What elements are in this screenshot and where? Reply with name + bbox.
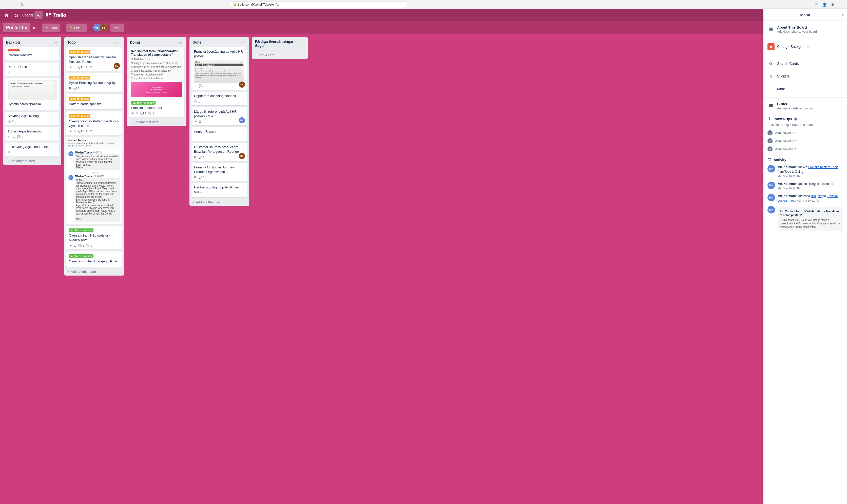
lock-icon: 🔒 <box>69 26 72 30</box>
menu-close-button[interactable]: × <box>841 12 844 17</box>
card-badge: klara för review <box>69 114 90 118</box>
card-pattern-spanska[interactable]: klara för review Pattern cards spanska <box>66 94 122 109</box>
activity-item-3: MK Mia Kolmodin attached Bild.jpeg to Fr… <box>768 194 843 203</box>
menu-background-section: ■ Change Background <box>763 38 847 55</box>
menu-button[interactable]: ⋮ <box>838 1 844 7</box>
board-title-button[interactable]: Poster-fix <box>3 23 30 32</box>
list-backlog-title: Backlog <box>6 40 20 44</box>
profile-button[interactable]: 👤 <box>822 1 828 7</box>
card-introduktionstext[interactable]: Introduktionstext <box>5 47 59 60</box>
powerup-add-1[interactable]: 1 Add Power-Up... <box>768 129 843 137</box>
reload-button[interactable]: ↻ <box>19 1 25 7</box>
menu-item-more[interactable]: ··· More <box>763 83 847 95</box>
card-attach-icon: 📎 1 <box>194 100 200 103</box>
star-page-button[interactable]: ☆ <box>814 1 819 7</box>
card-cynefin[interactable]: Agile HR in a nutshell - Holocracy From:… <box>5 78 59 109</box>
card-title: Spanish Translations by Daniela Palacios… <box>69 55 119 64</box>
more-label: More <box>777 87 785 91</box>
card-comments-icon: 💬 8 <box>78 66 84 69</box>
card-contact-form[interactable]: Re: Contact form: "Collaboration - Trans… <box>129 47 184 117</box>
list-backlog-menu-button[interactable]: ··· <box>52 39 58 45</box>
activity-text-2: Mia Kolmodin added Doing to this board M… <box>778 182 833 191</box>
add-card-done-button[interactable]: + Add another card <box>190 198 249 206</box>
stickers-label: Stickers <box>777 74 790 78</box>
card-canada[interactable]: fått filer i dropbox Canada - Richard La… <box>66 252 122 267</box>
menu-item-about[interactable]: About This Board Add description to your… <box>763 23 847 36</box>
card-franska-oversattning[interactable]: Franska översättning av Agile HR poster … <box>192 47 247 90</box>
add-card-todo-button[interactable]: + Add another card <box>64 268 124 275</box>
svg-rect-0 <box>15 14 16 15</box>
add-card-doing-button[interactable]: + Add another card <box>127 118 186 126</box>
card-har-har[interactable]: Här har ngo lagt upp fel fil, den ska... <box>192 183 247 197</box>
add-card-fagliga-button[interactable]: + Add a card <box>252 51 308 59</box>
add-card-icon: + <box>67 270 69 273</box>
home-button[interactable] <box>2 11 11 20</box>
card-fransk[interactable]: Fransk - Customer Journey Product Organi… <box>192 163 247 181</box>
card-bulgariska[interactable]: fått filer i dropbox Översättning till B… <box>66 226 122 249</box>
card-title: Franska posters - anis <box>131 106 182 110</box>
team-button[interactable]: Personal <box>42 23 60 32</box>
card-title: Översättning till Bulgariska - Mladen To… <box>69 233 119 242</box>
card-stavning[interactable]: Stavning Agil HR eng 📎 1 <box>5 112 59 125</box>
card-meta: ☰ 💬 1 <box>194 176 245 179</box>
activity-link-franska[interactable]: Franska posters - anis <box>808 165 839 169</box>
more-icon: ··· <box>768 86 775 93</box>
card-turkisk[interactable]: Turkisk Agile leadership 👁 ☰ 💬 1 <box>5 127 59 141</box>
card-spanish[interactable]: klara för review Spanish Translations by… <box>66 47 122 71</box>
card-mladen-chat[interactable]: Mladen Tomov Agile management and coachi… <box>66 137 122 223</box>
activity-link-bild[interactable]: Bild.jpeg <box>811 194 823 198</box>
butler-title: Butler <box>777 102 843 106</box>
home-icon <box>4 13 9 17</box>
menu-item-search[interactable]: Search Cards <box>763 57 847 70</box>
powerup-number-3: 3 <box>768 146 773 151</box>
visibility-button[interactable]: 🔒 Private <box>66 23 87 32</box>
card-uppdatera[interactable]: Uppdatera coaching nutshell 📎 1 <box>192 92 247 105</box>
list-doing-menu-button[interactable]: ··· <box>178 39 183 45</box>
chat-sender-name: Mladen Tomov 9:45 AM <box>75 151 120 154</box>
search-button[interactable] <box>34 11 42 19</box>
add-card-label: Add a card <box>258 53 274 57</box>
activity-avatar-2: MK <box>768 182 775 189</box>
powerup-label-2: Add Power-Up... <box>775 139 799 143</box>
card-title: Ryska Enabling Business Agility <box>69 80 119 85</box>
info-icon <box>794 117 798 121</box>
card-customer-journey[interactable]: Customer Journey product org - Brazilian… <box>192 143 247 161</box>
powerup-add-3[interactable]: 3 Add Power-Up... <box>768 145 843 153</box>
background-label: Change Background <box>777 44 810 49</box>
list-doing-cards: Re: Contact form: "Collaboration - Trans… <box>127 46 186 118</box>
search-icon <box>36 13 40 17</box>
card-lagga-till[interactable]: Lägga till referens på Agil HR posters -… <box>192 107 247 125</box>
forward-button[interactable]: → <box>11 1 17 7</box>
card-member-avatar-mk: MK <box>239 117 245 123</box>
list-todo-menu-button[interactable]: ··· <box>115 39 121 45</box>
card-felstavning[interactable]: Felstavning Agile leadership ☰ <box>5 143 59 156</box>
background-icon: ■ <box>768 43 775 50</box>
card-oversattning-pattern[interactable]: klara för review Översättning av Pattern… <box>66 111 122 135</box>
list-fagliga-menu-button[interactable]: ··· <box>299 41 305 46</box>
menu-item-background[interactable]: ■ Change Background <box>763 40 847 53</box>
card-meta: 👁 ☰ 💬 8 ☑ 3/8 <box>69 66 119 69</box>
card-badge: klara för review <box>69 50 90 54</box>
chat-messages-area: MT Mladen Tomov 9:45 AM Yes, lists are f… <box>66 149 122 223</box>
member-avatar-sb[interactable]: SB <box>100 24 107 31</box>
svg-rect-1 <box>17 14 18 15</box>
list-done-menu-button[interactable]: ··· <box>240 39 246 45</box>
menu-item-stickers[interactable]: ☺ Stickers <box>763 70 847 83</box>
menu-item-butler[interactable]: Butler Automate cards and more... <box>763 100 847 113</box>
boards-nav-button[interactable] <box>12 11 21 20</box>
card-annie-french[interactable]: Annie - French ☰ <box>192 127 247 141</box>
menu-item-about-text: About This Board Add description to your… <box>777 25 843 33</box>
powerups-title: Power-Ups <box>768 117 843 121</box>
card-ryska[interactable]: klara för review Ryska Enabling Business… <box>66 73 122 92</box>
card-lines-icon: ☰ <box>74 244 76 248</box>
url-bar[interactable]: 🔒 trello.com/b/brjhsK7l/poster-fix <box>230 1 407 8</box>
card-peter-dutch[interactable]: Peter - Dutch ☰ <box>5 62 59 76</box>
extensions-button[interactable]: ⚙ <box>830 1 836 7</box>
invite-button[interactable]: Invite <box>110 23 124 32</box>
powerup-add-2[interactable]: 2 Add Power-Up... <box>768 137 843 145</box>
back-button[interactable]: ← <box>3 1 9 7</box>
board-star-button[interactable]: ★ <box>32 25 36 30</box>
menu-sidebar: Menu × About This Board Add description … <box>763 9 847 504</box>
add-card-backlog-button[interactable]: + Add another card <box>3 157 61 165</box>
activity-avatar-3: MK <box>768 194 775 201</box>
